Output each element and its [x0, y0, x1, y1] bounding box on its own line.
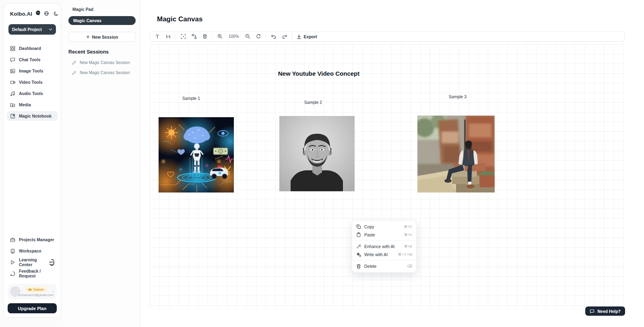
need-help-label: Need Help?	[597, 309, 621, 314]
need-help-button[interactable]: Need Help?	[585, 306, 625, 316]
sample-2-image[interactable]	[279, 116, 355, 191]
context-menu: Copy ⌘+C Paste ⌘+V Enhance with AI ⌘+E W…	[352, 220, 417, 273]
zoom-in-button[interactable]	[216, 33, 223, 40]
sidebar-item-audio-tools[interactable]: Audio Tools	[7, 89, 58, 98]
context-menu-item-write-with-ai[interactable]: Write with AI ⌘+⇧+W	[352, 250, 416, 259]
flow-connector-icon	[192, 34, 197, 39]
enhance-wand-icon	[356, 244, 361, 249]
audio-icon	[10, 91, 15, 96]
export-label: Export	[304, 34, 317, 39]
sidebar-item-video-tools[interactable]: Video Tools	[7, 77, 58, 87]
sidebar-item-image-tools[interactable]: Image Tools	[7, 66, 58, 76]
pencil-icon	[72, 70, 76, 75]
briefcase-icon	[10, 237, 15, 242]
sample-1-label[interactable]: Sample 1	[182, 96, 200, 101]
sessions-panel: Magic Pad Magic Canvas New Session Recen…	[63, 0, 140, 327]
learning-progress-badge: 66%	[49, 259, 54, 266]
building-icon	[10, 248, 15, 254]
sidebar-item-workspace[interactable]: Workspace	[7, 246, 58, 256]
write-sparkle-icon	[356, 252, 361, 257]
sample-2-label[interactable]: Sample 2	[304, 100, 322, 105]
sample-3-image[interactable]	[417, 116, 495, 192]
undo-button[interactable]	[270, 33, 277, 40]
copy-icon	[356, 224, 361, 229]
menu-divider	[352, 260, 416, 261]
sidebar-item-label: Workspace	[19, 248, 41, 253]
shortcut: ⌘+⇧+W	[398, 252, 412, 257]
context-menu-item-paste[interactable]: Paste ⌘+V	[352, 231, 416, 239]
canvas-toolbar: 100% Export	[150, 31, 625, 41]
panel-item-magic-pad[interactable]: Magic Pad	[68, 6, 136, 13]
notebook-icon	[10, 114, 15, 119]
sidebar-item-label: Magic Notebook	[19, 114, 52, 118]
redo-button[interactable]	[281, 33, 288, 40]
sidebar-item-dashboard[interactable]: Dashboard	[7, 43, 58, 53]
zoom-in-icon	[217, 34, 223, 39]
sidebar-item-label: Image Tools	[19, 68, 43, 73]
text-tool-button[interactable]	[154, 33, 161, 40]
sidebar-item-projects-manager[interactable]: Projects Manager	[7, 235, 58, 244]
shortcut: ⌘+E	[404, 244, 412, 248]
upgrade-plan-button[interactable]: Upgrade Plan	[8, 303, 57, 313]
project-selector-label: Default Project	[12, 27, 42, 32]
language-globe-icon[interactable]	[44, 10, 49, 18]
project-selector[interactable]: Default Project	[8, 24, 56, 35]
dark-mode-moon-icon[interactable]	[54, 10, 58, 18]
ai-select-icon	[181, 34, 186, 39]
sidebar-item-label: Video Tools	[19, 80, 43, 85]
canvas-heading[interactable]: New Youtube Video Concept	[278, 70, 360, 77]
session-item-label: New Magic Canvas Session	[80, 60, 130, 65]
user-email: zoharvan12@gmail.com	[19, 293, 53, 297]
sidebar-item-label: Projects Manager	[19, 237, 54, 242]
sidebar-nav: Dashboard Chat Tools Image Tools Video T…	[7, 43, 58, 121]
image-icon	[10, 68, 15, 74]
help-chat-icon	[590, 309, 594, 314]
sidebar-item-label: Dashboard	[19, 46, 41, 51]
sidebar-item-magic-notebook[interactable]: Magic Notebook	[7, 111, 58, 121]
sample-1-image[interactable]	[159, 117, 234, 192]
export-button[interactable]: Export	[296, 34, 318, 39]
brand-row: Kolbo.AI	[7, 9, 58, 18]
new-session-button[interactable]: New Session	[68, 32, 136, 42]
recent-sessions-heading: Recent Sessions	[68, 49, 136, 55]
delete-tool-button[interactable]	[201, 33, 208, 40]
play-icon	[10, 260, 15, 265]
sidebar-item-feedback[interactable]: Feedback / Request	[7, 269, 58, 278]
session-item[interactable]: New Magic Canvas Session	[68, 60, 136, 65]
sidebar-item-label: Feedback / Request	[19, 269, 54, 278]
context-menu-item-enhance-with-ai[interactable]: Enhance with AI ⌘+E	[352, 242, 416, 250]
chevron-down-icon	[49, 28, 52, 31]
pencil-icon	[72, 60, 76, 65]
heading-tool-button[interactable]	[165, 33, 172, 40]
trash-icon	[356, 264, 361, 269]
shortcut: ⌘+V	[404, 233, 412, 237]
download-icon	[297, 34, 301, 39]
context-menu-item-copy[interactable]: Copy ⌘+C	[352, 223, 416, 231]
session-item-label: New Magic Canvas Session	[80, 70, 130, 75]
ai-select-tool-button[interactable]	[180, 33, 187, 40]
sample-3-label[interactable]: Sample 3	[449, 94, 466, 99]
session-item[interactable]: New Magic Canvas Session	[68, 70, 136, 75]
sidebar-item-media[interactable]: Media	[7, 100, 58, 110]
chat-icon	[10, 57, 15, 62]
heading-icon	[166, 34, 171, 39]
sidebar-item-learning-center[interactable]: Learning Center 66%	[7, 257, 58, 267]
sidebar-footer-nav: Projects Manager Workspace Learning Cent…	[7, 235, 58, 278]
zoom-level[interactable]: 100%	[227, 34, 241, 39]
video-icon	[10, 80, 15, 85]
flow-connector-tool-button[interactable]	[190, 33, 198, 40]
page-title: Magic Canvas	[157, 15, 202, 23]
plus-icon	[86, 35, 90, 39]
dashboard-icon	[10, 46, 15, 51]
shortcut: ⌫	[407, 264, 412, 268]
redo-icon	[282, 34, 287, 39]
sidebar-item-chat-tools[interactable]: Chat Tools	[7, 55, 58, 64]
user-card[interactable]: Owner zoharvan12@gmail.com	[8, 284, 57, 300]
feedback-icon	[10, 271, 15, 276]
main-area: Magic Canvas 100%	[140, 0, 644, 327]
zoom-out-button[interactable]	[244, 33, 252, 40]
context-menu-item-delete[interactable]: Delete ⌫	[352, 262, 416, 270]
rotate-reset-icon	[256, 34, 261, 39]
reset-view-button[interactable]	[255, 33, 262, 40]
panel-item-magic-canvas[interactable]: Magic Canvas	[68, 16, 136, 25]
